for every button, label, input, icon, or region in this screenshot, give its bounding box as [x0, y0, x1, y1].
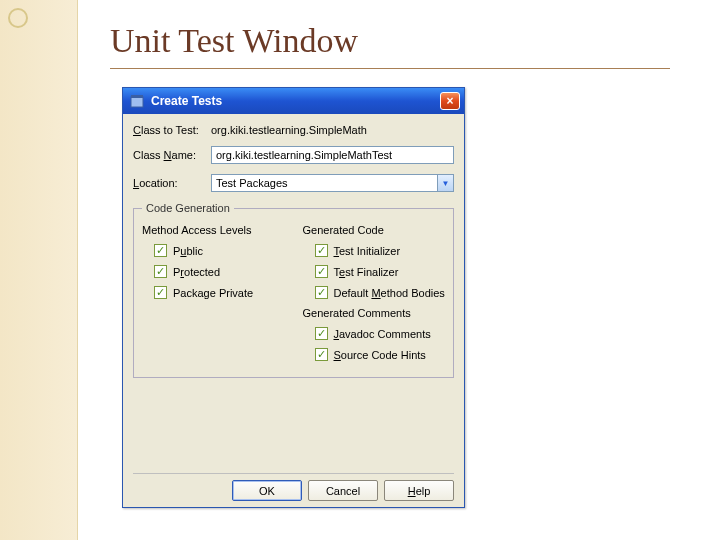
close-icon: ×: [446, 94, 453, 108]
cancel-button[interactable]: Cancel: [308, 480, 378, 501]
ok-button[interactable]: OK: [232, 480, 302, 501]
chevron-down-icon: ▼: [437, 175, 453, 191]
checkbox-icon: ✓: [315, 244, 328, 257]
generated-comments-header: Generated Comments: [303, 307, 446, 319]
dialog-body: Class to Test: org.kiki.testlearning.Sim…: [123, 114, 464, 384]
close-button[interactable]: ×: [440, 92, 460, 110]
code-generation-group: Code Generation Method Access Levels ✓ P…: [133, 202, 454, 378]
code-generation-legend: Code Generation: [142, 202, 234, 214]
location-row: Location: Test Packages ▼: [133, 174, 454, 192]
class-to-test-label: Class to Test:: [133, 124, 211, 136]
checkbox-icon: ✓: [154, 286, 167, 299]
class-name-input[interactable]: [211, 146, 454, 164]
location-combo[interactable]: Test Packages ▼: [211, 174, 454, 192]
checkbox-icon: ✓: [315, 286, 328, 299]
dialog-titlebar[interactable]: Create Tests ×: [123, 88, 464, 114]
source-code-hints-checkbox[interactable]: ✓ Source Code Hints: [315, 348, 446, 361]
class-to-test-row: Class to Test: org.kiki.testlearning.Sim…: [133, 124, 454, 136]
checkbox-icon: ✓: [154, 244, 167, 257]
access-levels-column: Method Access Levels ✓ Public ✓ Protecte…: [142, 224, 285, 369]
svg-rect-1: [131, 95, 143, 98]
slide-title-underline: [110, 68, 670, 69]
dialog-button-bar: OK Cancel Help: [133, 473, 454, 501]
javadoc-comments-checkbox[interactable]: ✓ Javadoc Comments: [315, 327, 446, 340]
test-initializer-checkbox[interactable]: ✓ Test Initializer: [315, 244, 446, 257]
slide-decoration: [0, 0, 78, 540]
generated-code-header: Generated Code: [303, 224, 446, 236]
dialog-title: Create Tests: [151, 94, 440, 108]
public-checkbox[interactable]: ✓ Public: [154, 244, 285, 257]
access-levels-header: Method Access Levels: [142, 224, 285, 236]
generated-code-column: Generated Code ✓ Test Initializer ✓ Test…: [303, 224, 446, 369]
class-name-row: Class Name:: [133, 146, 454, 164]
test-finalizer-checkbox[interactable]: ✓ Test Finalizer: [315, 265, 446, 278]
location-value: Test Packages: [216, 177, 288, 189]
checkbox-icon: ✓: [315, 348, 328, 361]
help-button[interactable]: Help: [384, 480, 454, 501]
checkbox-icon: ✓: [154, 265, 167, 278]
dialog-app-icon: [129, 93, 145, 109]
slide-title: Unit Test Window: [110, 22, 358, 60]
default-method-bodies-checkbox[interactable]: ✓ Default Method Bodies: [315, 286, 446, 299]
protected-checkbox[interactable]: ✓ Protected: [154, 265, 285, 278]
checkbox-icon: ✓: [315, 327, 328, 340]
ring-icon: [8, 8, 28, 28]
class-name-label: Class Name:: [133, 149, 211, 161]
location-label: Location:: [133, 177, 211, 189]
class-to-test-value: org.kiki.testlearning.SimpleMath: [211, 124, 454, 136]
create-tests-dialog: Create Tests × Class to Test: org.kiki.t…: [122, 87, 465, 508]
package-private-checkbox[interactable]: ✓ Package Private: [154, 286, 285, 299]
checkbox-icon: ✓: [315, 265, 328, 278]
svg-rect-0: [131, 97, 143, 107]
